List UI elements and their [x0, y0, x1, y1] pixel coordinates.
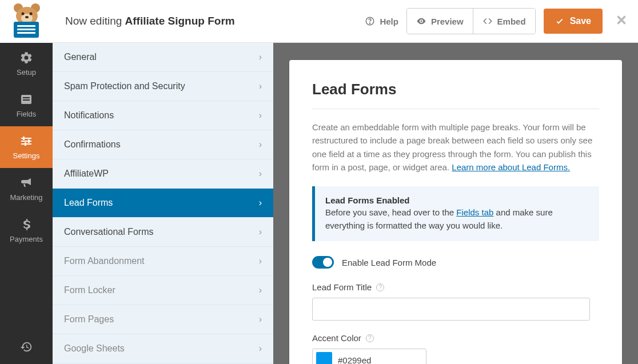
nav-label: Settings: [13, 151, 40, 160]
learn-more-link[interactable]: Learn more about Lead Forms.: [452, 162, 570, 172]
help-icon: [365, 16, 375, 26]
save-button[interactable]: Save: [544, 9, 603, 34]
help-button[interactable]: Help: [365, 16, 398, 26]
svg-rect-10: [21, 138, 31, 139]
nav-setup[interactable]: Setup: [0, 43, 53, 85]
divider: [312, 109, 599, 109]
svg-point-4: [22, 12, 25, 15]
close-button[interactable]: [615, 14, 628, 29]
lead-form-title-input[interactable]: [312, 298, 590, 321]
page-title: Now editing Affiliate Signup Form: [65, 15, 235, 27]
callout-before: Before you save, head over to the: [325, 207, 456, 217]
settings-item-form-pages[interactable]: Form Pages›: [53, 305, 273, 334]
settings-item-conversational-forms[interactable]: Conversational Forms›: [53, 218, 273, 247]
lead-form-title-label: Lead Form Title ?: [312, 282, 599, 292]
chevron-right-icon: ›: [259, 343, 262, 354]
embed-label: Embed: [497, 17, 526, 26]
help-hint-icon[interactable]: ?: [366, 334, 374, 342]
svg-rect-14: [28, 139, 30, 143]
close-icon: [615, 14, 628, 26]
nav-label: Marketing: [10, 193, 42, 202]
settings-item-label: Form Abandonment: [64, 256, 145, 266]
nav-marketing[interactable]: Marketing: [0, 168, 53, 210]
help-hint-icon[interactable]: ?: [376, 283, 384, 291]
check-icon: [555, 17, 564, 26]
chevron-right-icon: ›: [259, 52, 262, 62]
chevron-right-icon: ›: [259, 285, 262, 295]
svg-rect-11: [21, 141, 31, 142]
nav-label: Setup: [17, 68, 36, 77]
settings-item-affiliatewp[interactable]: AffiliateWP›: [53, 159, 273, 189]
color-value: #0299ed: [338, 355, 371, 365]
dollar-icon: [19, 218, 33, 231]
accent-label-text: Accent Color: [312, 333, 361, 343]
settings-item-label: Google Sheets: [64, 343, 125, 354]
settings-item-google-sheets[interactable]: Google Sheets›: [53, 334, 273, 363]
nav-fields[interactable]: Fields: [0, 85, 53, 126]
preview-label: Preview: [431, 17, 464, 26]
settings-item-general[interactable]: General›: [53, 43, 273, 72]
gear-icon: [19, 51, 33, 65]
chevron-right-icon: ›: [259, 256, 262, 266]
accent-color-field[interactable]: #0299ed: [312, 349, 426, 364]
svg-point-5: [30, 12, 33, 15]
chevron-right-icon: ›: [259, 110, 262, 121]
settings-item-label: Form Locker: [64, 285, 115, 295]
left-icon-bar: Setup Fields Settings Marketing Payments: [0, 0, 53, 364]
settings-item-label: Lead Forms: [64, 198, 113, 208]
panel-description: Create an embeddable form with multiple …: [312, 121, 599, 174]
code-icon: [483, 16, 493, 26]
lead-forms-panel: Lead Forms Create an embeddable form wit…: [289, 60, 622, 364]
form-icon: [19, 93, 33, 106]
svg-rect-8: [23, 97, 30, 98]
enabled-callout: Lead Forms Enabled Before you save, head…: [312, 186, 599, 241]
enable-lead-form-toggle[interactable]: [312, 256, 334, 269]
settings-item-label: Form Pages: [64, 314, 114, 325]
fields-tab-link[interactable]: Fields tab: [456, 207, 493, 217]
accent-color-label: Accent Color ?: [312, 333, 599, 343]
settings-item-form-locker[interactable]: Form Locker›: [53, 276, 273, 305]
settings-menu: General›Spam Protection and Security›Not…: [53, 43, 273, 364]
chevron-right-icon: ›: [259, 139, 262, 150]
settings-item-label: Conversational Forms: [64, 227, 154, 237]
nav-settings[interactable]: Settings: [0, 126, 53, 168]
nav-label: Fields: [17, 110, 37, 118]
save-label: Save: [570, 16, 591, 26]
settings-item-label: Spam Protection and Security: [64, 81, 185, 91]
svg-point-6: [25, 16, 29, 18]
eye-icon: [416, 16, 426, 26]
topbar: Now editing Affiliate Signup Form Help P…: [53, 0, 638, 43]
settings-item-label: Notifications: [64, 110, 114, 121]
svg-rect-13: [23, 137, 25, 140]
sliders-icon: [19, 134, 33, 148]
settings-item-form-abandonment[interactable]: Form Abandonment›: [53, 247, 273, 276]
svg-point-17: [370, 23, 370, 23]
svg-rect-9: [23, 99, 30, 101]
chevron-right-icon: ›: [259, 81, 262, 91]
nav-payments[interactable]: Payments: [0, 210, 53, 251]
callout-body: Before you save, head over to the Fields…: [325, 206, 589, 232]
settings-item-label: Confirmations: [64, 139, 121, 150]
settings-item-notifications[interactable]: Notifications›: [53, 101, 273, 130]
chevron-right-icon: ›: [259, 227, 262, 237]
svg-rect-15: [25, 142, 26, 146]
editing-form-name: Affiliate Signup Form: [125, 15, 235, 27]
history-button[interactable]: [0, 330, 53, 364]
preview-embed-group: Preview Embed: [406, 8, 536, 34]
bullhorn-icon: [19, 176, 33, 190]
title-label-text: Lead Form Title: [312, 282, 372, 292]
settings-item-label: General: [64, 52, 97, 62]
color-swatch: [316, 352, 332, 364]
chevron-right-icon: ›: [259, 169, 262, 179]
preview-button[interactable]: Preview: [407, 9, 473, 34]
embed-button[interactable]: Embed: [473, 9, 535, 34]
chevron-right-icon: ›: [259, 314, 262, 325]
history-icon: [20, 341, 33, 353]
enable-toggle-label: Enable Lead Form Mode: [342, 258, 436, 267]
settings-item-label: AffiliateWP: [64, 169, 109, 179]
callout-title: Lead Forms Enabled: [325, 195, 589, 205]
settings-item-confirmations[interactable]: Confirmations›: [53, 130, 273, 159]
nav-label: Payments: [10, 235, 43, 243]
settings-item-lead-forms[interactable]: Lead Forms›: [53, 189, 273, 218]
settings-item-spam-protection-and-security[interactable]: Spam Protection and Security›: [53, 72, 273, 101]
